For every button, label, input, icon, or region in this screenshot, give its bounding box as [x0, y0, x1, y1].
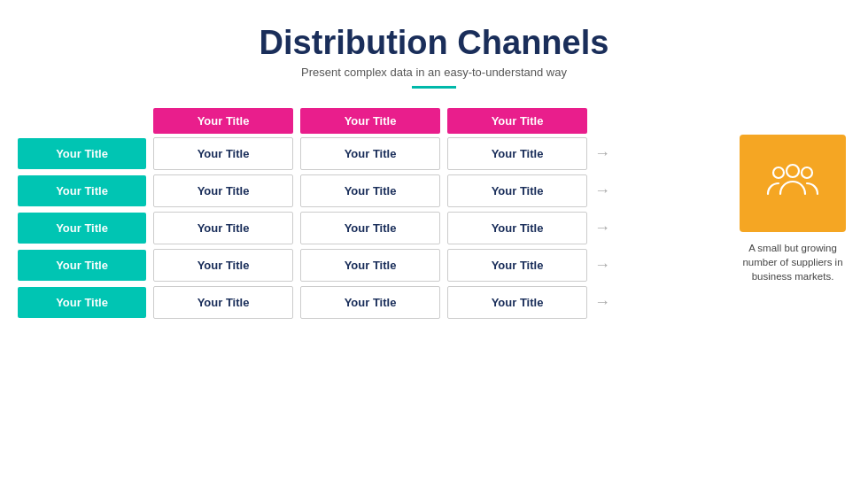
content-area: Your Title Your Title Your Title Your Ti… — [18, 108, 850, 323]
row-label-3: Your Title — [18, 213, 146, 244]
cell-2-1: Your Title — [153, 174, 293, 207]
cell-2-3: Your Title — [447, 174, 587, 207]
main-title: Distribution Channels — [260, 25, 609, 62]
row-label-5: Your Title — [18, 287, 146, 318]
cell-4-1: Your Title — [153, 249, 293, 282]
cell-4-2: Your Title — [300, 249, 440, 282]
cell-2-2: Your Title — [300, 174, 440, 207]
svg-point-2 — [787, 165, 799, 177]
table-row: Your Title Your Title Your Title Your Ti… — [18, 212, 726, 244]
cell-3-1: Your Title — [153, 212, 293, 244]
row-label-1: Your Title — [18, 138, 146, 169]
cell-3-3: Your Title — [447, 212, 587, 244]
row-label-2: Your Title — [18, 175, 146, 206]
spacer — [18, 108, 146, 134]
cell-5-3: Your Title — [447, 286, 587, 319]
cell-1-3: Your Title — [447, 137, 587, 170]
page: Distribution Channels Present complex da… — [0, 0, 868, 488]
arrow-1: → — [594, 145, 610, 161]
col-header-2: Your Title — [300, 108, 440, 134]
cell-1-1: Your Title — [153, 137, 293, 170]
arrow-2: → — [594, 182, 610, 198]
table-row: Your Title Your Title Your Title Your Ti… — [18, 174, 726, 207]
cell-4-3: Your Title — [447, 249, 587, 282]
orange-box — [740, 135, 846, 232]
cell-5-1: Your Title — [153, 286, 293, 319]
cell-5-2: Your Title — [300, 286, 440, 319]
table-section: Your Title Your Title Your Title Your Ti… — [18, 108, 726, 323]
table-row: Your Title Your Title Your Title Your Ti… — [18, 137, 726, 170]
svg-point-0 — [773, 167, 784, 178]
people-icon — [764, 153, 821, 213]
cell-1-2: Your Title — [300, 137, 440, 170]
arrow-4: → — [594, 257, 610, 273]
table-row: Your Title Your Title Your Title Your Ti… — [18, 286, 726, 319]
side-card: A small but growing number of suppliers … — [735, 135, 850, 283]
subtitle: Present complex data in an easy-to-under… — [260, 66, 609, 79]
row-label-4: Your Title — [18, 250, 146, 281]
cell-3-2: Your Title — [300, 212, 440, 244]
col-header-3: Your Title — [447, 108, 587, 134]
arrow-3: → — [594, 220, 610, 236]
divider — [412, 86, 456, 89]
col-headers-row: Your Title Your Title Your Title — [18, 108, 726, 134]
table-row: Your Title Your Title Your Title Your Ti… — [18, 249, 726, 282]
col-header-1: Your Title — [153, 108, 293, 134]
arrow-5: → — [594, 294, 610, 310]
svg-point-1 — [802, 167, 812, 178]
side-description: A small but growing number of suppliers … — [735, 241, 850, 283]
header: Distribution Channels Present complex da… — [260, 25, 609, 101]
